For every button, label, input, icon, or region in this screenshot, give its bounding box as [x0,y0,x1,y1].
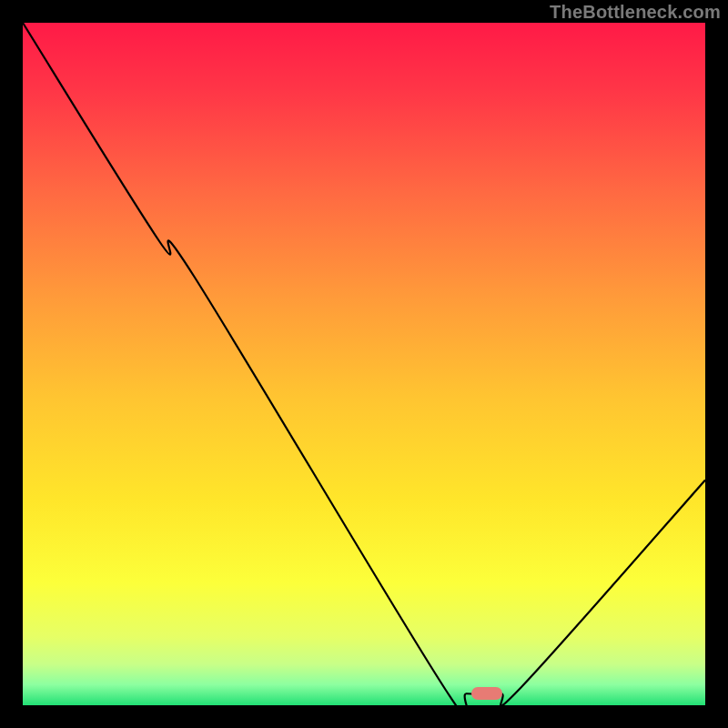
watermark-text: TheBottleneck.com [550,2,721,23]
bottleneck-curve [23,23,705,705]
curve-path [23,23,705,705]
optimum-marker [471,687,502,700]
chart-frame: TheBottleneck.com [0,0,728,728]
plot-area [23,23,705,705]
